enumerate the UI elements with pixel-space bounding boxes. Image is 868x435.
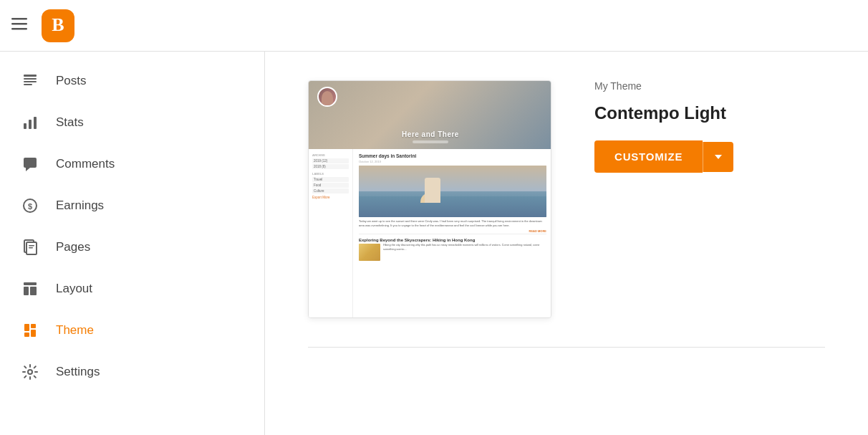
sidebar-item-earnings[interactable]: $ Earnings: [0, 185, 264, 226]
svg-rect-10: [24, 158, 37, 168]
sidebar-label-pages: Pages: [56, 240, 90, 254]
sidebar-item-posts[interactable]: Posts: [0, 60, 264, 102]
svg-text:$: $: [28, 202, 32, 211]
blogger-logo-letter: B: [52, 16, 64, 34]
menu-icon[interactable]: [11, 16, 27, 36]
blog-post2-image: [359, 244, 380, 261]
svg-rect-21: [24, 333, 29, 337]
sidebar-label-posts: Posts: [56, 74, 87, 88]
svg-point-25: [28, 370, 32, 374]
theme-name: Contempo Light: [594, 103, 733, 123]
pages-icon: [20, 239, 40, 255]
blog-post1-image: [359, 166, 546, 217]
blog-post-divider: [359, 234, 546, 234]
blog-preview-posts: Summer days in Santorini October 12, 201…: [353, 149, 551, 317]
content-divider: [308, 347, 825, 348]
svg-rect-0: [11, 18, 27, 20]
svg-marker-26: [715, 155, 722, 159]
svg-rect-3: [24, 75, 37, 77]
settings-icon: [20, 364, 40, 380]
svg-rect-17: [29, 247, 33, 249]
sidebar-label-stats: Stats: [56, 115, 84, 130]
svg-rect-9: [34, 117, 37, 129]
sidebar-item-comments[interactable]: Comments: [0, 143, 264, 185]
sidebar-item-pages[interactable]: Pages: [0, 226, 264, 268]
customize-button[interactable]: CUSTOMIZE: [594, 140, 703, 173]
svg-rect-8: [29, 120, 32, 129]
blog-preview-title: Here and There: [402, 130, 459, 138]
svg-rect-2: [11, 28, 27, 30]
theme-icon: [20, 322, 40, 338]
svg-rect-5: [24, 81, 37, 82]
customize-dropdown-button[interactable]: [703, 142, 733, 172]
blog-avatar: [317, 87, 337, 107]
blog-preview-image: Here and There Archive 2019 (12) 2018 (8…: [309, 81, 551, 317]
main-content: Here and There Archive 2019 (12) 2018 (8…: [265, 52, 868, 435]
customize-row: CUSTOMIZE: [594, 140, 733, 173]
theme-info: My Theme Contempo Light CUSTOMIZE: [594, 80, 733, 173]
blog-subtitle-bar: [413, 140, 448, 143]
sidebar-label-layout: Layout: [56, 282, 92, 296]
layout-icon: [20, 281, 40, 297]
svg-rect-19: [24, 287, 29, 295]
sidebar-item-stats[interactable]: Stats: [0, 102, 264, 143]
blog-post1-text: Today we went up to see the sunset and t…: [359, 219, 546, 228]
svg-rect-16: [29, 245, 34, 247]
main-layout: Posts Stats Comments: [0, 52, 868, 435]
comments-icon: [20, 156, 40, 172]
earnings-icon: $: [20, 198, 40, 214]
blog-post2-text: Hiking the city discovering why this pat…: [359, 244, 546, 252]
sidebar-item-settings[interactable]: Settings: [0, 351, 264, 393]
blog-post1-date: October 12, 2019: [359, 160, 546, 163]
sidebar-label-theme: Theme: [56, 323, 94, 338]
blog-post1-title: Summer days in Santorini: [359, 153, 546, 158]
my-theme-label: My Theme: [594, 80, 733, 92]
blog-post2-title: Exploring Beyond the Skyscrapers: Hiking…: [359, 238, 546, 242]
sidebar-item-theme[interactable]: Theme: [0, 310, 264, 351]
svg-rect-18: [24, 282, 37, 285]
theme-preview: Here and There Archive 2019 (12) 2018 (8…: [308, 80, 551, 318]
blog-read-more-1: READ MORE: [529, 229, 546, 233]
svg-rect-20: [30, 287, 37, 295]
sidebar-label-settings: Settings: [56, 365, 100, 379]
sidebar-label-earnings: Earnings: [56, 199, 104, 213]
svg-rect-1: [11, 23, 27, 25]
stats-icon: [20, 115, 40, 130]
blog-post-2: Exploring Beyond the Skyscrapers: Hiking…: [359, 238, 546, 252]
blog-preview-header: Here and There: [309, 81, 551, 149]
svg-rect-6: [24, 84, 32, 85]
svg-rect-22: [24, 324, 29, 331]
svg-rect-4: [24, 78, 37, 80]
posts-icon: [20, 73, 40, 89]
chevron-down-icon: [713, 152, 723, 162]
svg-rect-24: [31, 330, 36, 337]
topbar: B: [0, 0, 868, 52]
blog-preview-sidebar: Archive 2019 (12) 2018 (8) Labels Travel…: [309, 149, 353, 317]
sidebar-label-comments: Comments: [56, 157, 115, 171]
svg-rect-23: [31, 324, 36, 328]
theme-section: Here and There Archive 2019 (12) 2018 (8…: [308, 80, 825, 318]
sidebar-item-layout[interactable]: Layout: [0, 268, 264, 310]
blog-preview-body: Archive 2019 (12) 2018 (8) Labels Travel…: [309, 149, 551, 317]
svg-marker-11: [26, 168, 30, 171]
blogger-logo[interactable]: B: [42, 9, 74, 42]
svg-rect-7: [24, 123, 26, 129]
blog-post-1: Summer days in Santorini October 12, 201…: [359, 153, 546, 228]
sidebar: Posts Stats Comments: [0, 52, 265, 435]
